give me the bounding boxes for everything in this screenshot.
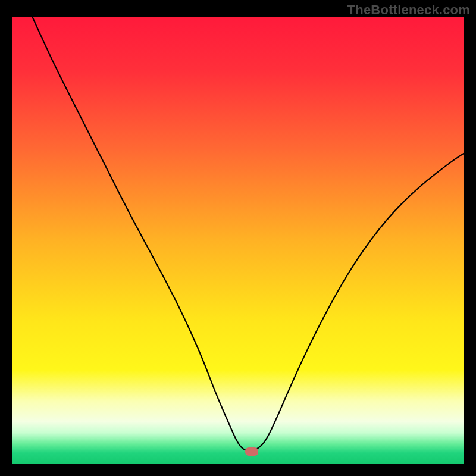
plot-area bbox=[12, 17, 464, 464]
optimal-marker bbox=[245, 447, 258, 456]
chart-frame: TheBottleneck.com bbox=[0, 0, 476, 476]
watermark-text: TheBottleneck.com bbox=[347, 2, 470, 18]
plot-svg bbox=[12, 17, 464, 464]
gradient-rect bbox=[12, 17, 464, 464]
